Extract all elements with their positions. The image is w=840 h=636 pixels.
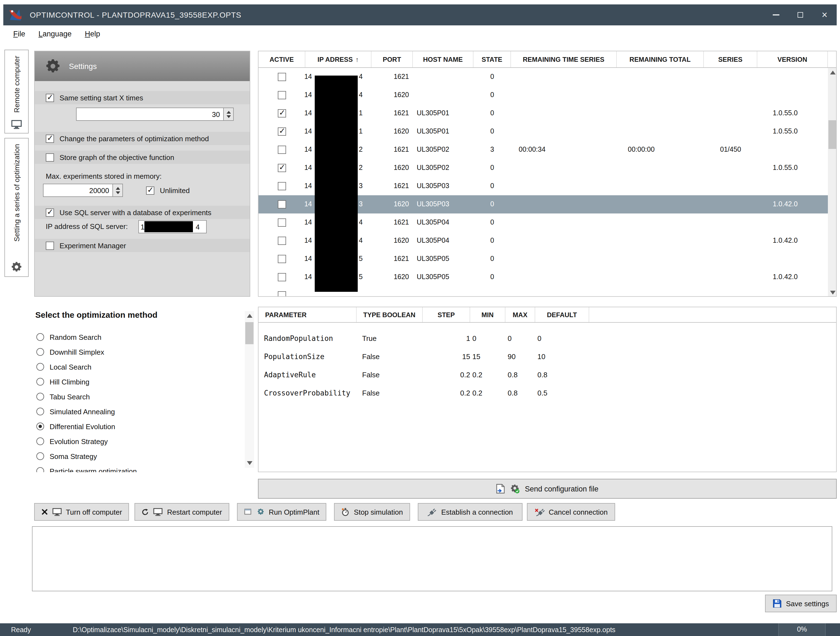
repeat-count-spinner[interactable] <box>224 108 234 121</box>
method-option[interactable]: Downhill Simplex <box>36 346 104 358</box>
column-header-max[interactable]: MAX <box>505 307 535 322</box>
active-checkbox[interactable] <box>278 237 286 245</box>
method-option[interactable]: Differential Evolution <box>36 420 115 432</box>
cell-state: 0 <box>474 268 511 286</box>
same-setting-checkbox[interactable] <box>46 93 54 102</box>
scroll-down-icon[interactable] <box>828 288 837 297</box>
radio-button[interactable] <box>36 408 44 415</box>
cancel-connection-button[interactable]: Cancel connection <box>527 503 615 521</box>
tab-remote-computer[interactable]: Remote computer <box>5 50 28 133</box>
radio-button[interactable] <box>36 333 44 341</box>
column-header-remaining-time-series[interactable]: REMAINING TIME SERIES <box>511 51 617 67</box>
unlimited-checkbox[interactable] <box>146 186 154 195</box>
maximize-button[interactable] <box>788 5 812 25</box>
column-header-default[interactable]: DEFAULT <box>535 307 589 322</box>
cell-state: 3 <box>474 141 511 159</box>
cell-series <box>704 214 757 232</box>
scroll-up-icon[interactable] <box>245 311 254 321</box>
method-option[interactable]: Local Search <box>36 361 92 373</box>
stop-simulation-button[interactable]: Stop simulation <box>334 503 410 521</box>
max-experiments-spinner[interactable] <box>113 184 123 197</box>
radio-button[interactable] <box>36 422 44 430</box>
repeat-count-input[interactable]: 30 <box>76 108 224 121</box>
radio-button[interactable] <box>36 437 44 445</box>
column-header-port[interactable]: PORT <box>371 51 413 67</box>
method-option[interactable]: Hill Climbing <box>36 376 90 388</box>
active-checkbox[interactable] <box>278 164 286 172</box>
column-header-type-boolean[interactable]: TYPE BOOLEAN <box>357 307 423 322</box>
active-checkbox[interactable] <box>278 146 286 154</box>
parameter-row[interactable]: RandomPopulationTrue1000 <box>259 329 836 348</box>
active-checkbox[interactable] <box>278 255 286 263</box>
computers-scrollbar[interactable] <box>828 68 837 297</box>
cell-state: 0 <box>474 214 511 232</box>
experiment-manager-checkbox[interactable] <box>46 241 54 250</box>
active-checkbox[interactable] <box>278 109 286 117</box>
column-header-state[interactable]: STATE <box>474 51 511 67</box>
active-checkbox[interactable] <box>278 73 286 81</box>
parameter-row[interactable]: AdaptiveRuleFalse0.20.20.80.8 <box>259 366 836 384</box>
scroll-up-icon[interactable] <box>828 68 837 77</box>
cell-ip-prefix: 14 <box>294 68 312 86</box>
radio-button[interactable] <box>36 452 44 460</box>
spin-up-icon[interactable] <box>115 187 120 190</box>
cell-version: 1.0.55.0 <box>773 104 828 122</box>
scroll-down-icon[interactable] <box>245 458 254 468</box>
send-configuration-button[interactable]: Send configuration file <box>258 479 837 498</box>
tab-setting-series-optimization[interactable]: Setting a series of optimization <box>5 138 28 277</box>
use-sql-checkbox[interactable] <box>46 208 54 217</box>
scroll-thumb[interactable] <box>829 120 837 149</box>
log-output[interactable] <box>32 526 832 591</box>
active-checkbox[interactable] <box>278 273 286 281</box>
restart-computer-button[interactable]: Restart computer <box>134 503 229 521</box>
minimize-button[interactable] <box>764 5 788 25</box>
spin-up-icon[interactable] <box>226 111 231 113</box>
method-option[interactable]: Evolution Strategy <box>36 435 108 447</box>
active-checkbox[interactable] <box>278 218 286 227</box>
method-option[interactable]: Particle swarm optimization <box>36 465 137 472</box>
run-optimplant-button[interactable]: Run OptimPlant <box>237 503 326 521</box>
spin-down-icon[interactable] <box>226 115 231 118</box>
column-header-version[interactable]: VERSION <box>757 51 828 67</box>
radio-button[interactable] <box>36 467 44 472</box>
column-header-remaining-total[interactable]: REMAINING TOTAL <box>617 51 704 67</box>
column-header-min[interactable]: MIN <box>470 307 505 322</box>
methods-scrollbar[interactable] <box>245 311 254 468</box>
sql-ip-input[interactable]: 1 4 <box>138 220 207 233</box>
close-button[interactable]: × <box>812 5 837 25</box>
method-option[interactable]: Soma Strategy <box>36 450 97 462</box>
scroll-thumb[interactable] <box>245 322 254 344</box>
radio-button[interactable] <box>36 363 44 371</box>
method-option[interactable]: Random Search <box>36 331 101 343</box>
menu-help[interactable]: Help <box>79 27 106 40</box>
establish-connection-button[interactable]: Establish a connection <box>418 503 523 521</box>
column-header-ip-adress[interactable]: IP ADRESS↑ <box>305 51 371 67</box>
column-header-parameter[interactable]: PARAMETER <box>259 307 357 322</box>
active-checkbox[interactable] <box>278 200 286 209</box>
save-settings-button[interactable]: Save settings <box>765 595 837 612</box>
parameter-row[interactable]: PopulationSizeFalse15159010 <box>259 348 836 366</box>
active-checkbox[interactable] <box>278 127 286 136</box>
active-checkbox[interactable] <box>278 91 286 99</box>
radio-button[interactable] <box>36 378 44 386</box>
cell-remaining-total <box>628 195 705 214</box>
active-checkbox[interactable] <box>278 182 286 190</box>
column-header-host-name[interactable]: HOST NAME <box>413 51 474 67</box>
spin-down-icon[interactable] <box>115 191 120 194</box>
method-option[interactable]: Simulated Annealing <box>36 405 115 418</box>
menu-file[interactable]: File <box>8 27 31 40</box>
radio-button[interactable] <box>36 393 44 400</box>
column-header-active[interactable]: ACTIVE <box>259 51 305 67</box>
store-graph-checkbox[interactable] <box>46 153 54 161</box>
method-option[interactable]: Tabu Search <box>36 391 90 403</box>
column-header-series[interactable]: SERIES <box>704 51 757 67</box>
turn-off-computer-button[interactable]: Turn off computer <box>34 503 129 521</box>
column-header-step[interactable]: STEP <box>423 307 470 322</box>
radio-button[interactable] <box>36 348 44 356</box>
change-params-checkbox[interactable] <box>46 134 54 142</box>
cell-host <box>417 286 475 297</box>
menu-language[interactable]: Language <box>33 27 77 40</box>
parameter-row[interactable]: CrossoverProbabilityFalse0.20.20.80.5 <box>259 384 836 402</box>
active-checkbox[interactable] <box>278 291 286 297</box>
max-experiments-input[interactable]: 20000 <box>43 184 113 197</box>
